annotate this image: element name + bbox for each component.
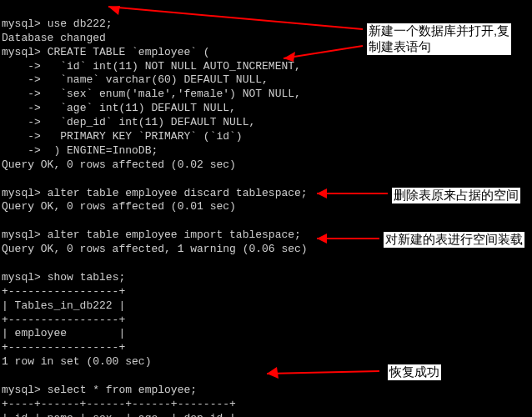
terminal-output: mysql> use db222; Database changed mysql… — [0, 0, 532, 417]
table-border: +-----------------+ — [2, 341, 125, 354]
prompt: mysql> — [2, 271, 41, 284]
cont-prompt: -> — [2, 73, 41, 86]
cont-prompt: -> — [2, 144, 41, 157]
create-line: `sex` enum('male','female') NOT NULL, — [48, 88, 301, 100]
cmd-show: show tables; — [48, 271, 126, 284]
annotation-import: 对新建的表进行空间装载 — [384, 232, 524, 248]
table-row: | employee | — [2, 327, 125, 339]
prompt: mysql> — [2, 46, 41, 58]
prompt: mysql> — [2, 187, 41, 199]
cmd-select: select * from employee; — [48, 384, 197, 396]
result-import: Query OK, 0 rows affected, 1 warning (0.… — [2, 243, 308, 255]
create-line: ) ENGINE=InnoDB; — [48, 144, 158, 157]
result-dbchanged: Database changed — [2, 32, 106, 44]
prompt: mysql> — [2, 384, 41, 396]
create-line: `id` int(11) NOT NULL AUTO_INCREMENT, — [48, 60, 301, 73]
cmd-use: use db222; — [48, 18, 113, 30]
result-create: Query OK, 0 rows affected (0.02 sec) — [2, 158, 236, 171]
result-show: 1 row in set (0.00 sec) — [2, 355, 151, 368]
cmd-create: CREATE TABLE `employee` ( — [48, 46, 210, 58]
create-line: `dep_id` int(11) DEFAULT NULL, — [48, 116, 256, 128]
annotation-success: 恢复成功 — [388, 364, 441, 380]
cont-prompt: -> — [2, 88, 41, 100]
table-border: +-----------------+ — [2, 314, 125, 326]
prompt: mysql> — [2, 229, 41, 241]
cont-prompt: -> — [2, 130, 41, 143]
annotation-discard: 删除表原来占据的空间 — [392, 188, 520, 203]
annotation-create-db: 新建一个数据库并打开,复制建表语句 — [367, 23, 511, 55]
cont-prompt: -> — [2, 60, 41, 73]
cont-prompt: -> — [2, 102, 41, 114]
create-line: `name` varchar(60) DEFAULT NULL, — [48, 73, 269, 86]
table-header: | Tables_in_db222 | — [2, 299, 125, 312]
prompt: mysql> — [2, 18, 41, 30]
create-line: PRIMARY KEY `PRIMARY` (`id`) — [48, 130, 243, 143]
cmd-import: alter table employee import tablespace; — [48, 229, 301, 241]
result-discard: Query OK, 0 rows affected (0.01 sec) — [2, 200, 236, 213]
create-line: `age` int(11) DEFAULT NULL, — [48, 102, 236, 114]
select-header: | id | name | sex | age | dep_id | — [2, 412, 236, 417]
table-border: +-----------------+ — [2, 285, 125, 298]
cmd-discard: alter table employee discard tablespace; — [48, 187, 308, 199]
select-border: +----+------+------+------+--------+ — [2, 398, 236, 410]
cont-prompt: -> — [2, 116, 41, 128]
